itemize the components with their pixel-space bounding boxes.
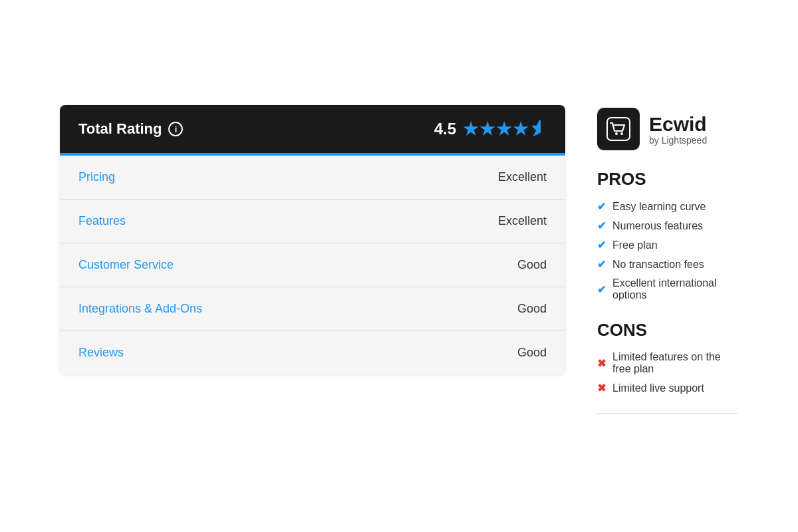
check-icon: ✔	[597, 239, 606, 251]
table-row: Reviews Good	[60, 331, 565, 374]
info-icon[interactable]: i	[168, 122, 183, 136]
brand-header: Ecwid by Lightspeed	[597, 108, 738, 150]
brand-name: Ecwid by Lightspeed	[649, 113, 707, 146]
row-value-features: Excellent	[498, 214, 547, 228]
rating-score: 4.5 ★ ★ ★ ★ ⯨	[434, 120, 547, 138]
list-item: ✔ No transaction fees	[597, 258, 738, 271]
brand-name-main: Ecwid	[649, 113, 707, 135]
list-item: ✖ Limited live support	[597, 382, 738, 394]
rating-header-left: Total Rating i	[78, 120, 183, 138]
row-label-pricing[interactable]: Pricing	[78, 170, 115, 184]
row-label-features[interactable]: Features	[78, 214, 126, 228]
con-item-1: Limited features on the free plan	[612, 351, 738, 375]
pros-title: PROS	[597, 169, 738, 190]
list-item: ✔ Numerous features	[597, 219, 738, 232]
row-label-integrations[interactable]: Integrations & Add-Ons	[78, 302, 202, 316]
cart-icon	[606, 116, 631, 142]
stars-container: ★ ★ ★ ★ ⯨	[463, 120, 547, 138]
star-4: ★	[513, 120, 528, 138]
pro-item-4: No transaction fees	[612, 259, 704, 271]
check-icon: ✔	[597, 200, 606, 213]
rating-header: Total Rating i 4.5 ★ ★ ★ ★ ⯨	[60, 105, 565, 156]
svg-rect-0	[607, 118, 630, 140]
svg-point-1	[615, 132, 618, 135]
list-item: ✔ Excellent international options	[597, 277, 738, 301]
row-value-customer-service: Good	[517, 258, 547, 272]
con-item-2: Limited live support	[612, 382, 704, 394]
star-2: ★	[479, 120, 495, 138]
table-row: Integrations & Add-Ons Good	[60, 287, 565, 331]
cons-section: CONS ✖ Limited features on the free plan…	[597, 320, 738, 394]
page-wrapper: Total Rating i 4.5 ★ ★ ★ ★ ⯨ Pricing Exc…	[33, 78, 765, 454]
pros-list: ✔ Easy learning curve ✔ Numerous feature…	[597, 200, 738, 301]
star-3: ★	[496, 120, 511, 138]
table-row: Features Excellent	[60, 200, 565, 243]
pro-item-1: Easy learning curve	[612, 201, 706, 213]
svg-point-2	[620, 132, 623, 135]
pros-section: PROS ✔ Easy learning curve ✔ Numerous fe…	[597, 169, 738, 301]
total-rating-label: Total Rating	[78, 120, 162, 138]
list-item: ✔ Free plan	[597, 239, 738, 251]
cons-list: ✖ Limited features on the free plan ✖ Li…	[597, 351, 738, 394]
rating-panel: Total Rating i 4.5 ★ ★ ★ ★ ⯨ Pricing Exc…	[60, 105, 565, 374]
cross-icon: ✖	[597, 357, 606, 370]
row-label-customer-service[interactable]: Customer Service	[78, 258, 174, 272]
table-row: Pricing Excellent	[60, 156, 565, 200]
check-icon: ✔	[597, 219, 606, 232]
row-value-reviews: Good	[517, 346, 547, 360]
row-value-pricing: Excellent	[498, 170, 547, 184]
score-value: 4.5	[434, 120, 456, 138]
brand-name-sub: by Lightspeed	[649, 135, 707, 146]
cons-title: CONS	[597, 320, 738, 340]
star-5: ⯨	[529, 120, 547, 138]
list-item: ✖ Limited features on the free plan	[597, 351, 738, 375]
table-row: Customer Service Good	[60, 243, 565, 287]
row-value-integrations: Good	[517, 302, 547, 316]
bottom-divider	[597, 413, 738, 414]
rating-rows: Pricing Excellent Features Excellent Cus…	[60, 156, 565, 374]
check-icon: ✔	[597, 258, 606, 271]
list-item: ✔ Easy learning curve	[597, 200, 738, 213]
star-1: ★	[463, 120, 478, 138]
row-label-reviews[interactable]: Reviews	[78, 346, 124, 360]
check-icon: ✔	[597, 283, 606, 296]
pro-item-2: Numerous features	[612, 220, 703, 232]
brand-logo	[597, 108, 640, 150]
pro-item-5: Excellent international options	[612, 277, 738, 301]
cross-icon: ✖	[597, 382, 606, 394]
pro-item-3: Free plan	[612, 239, 658, 251]
info-panel: Ecwid by Lightspeed PROS ✔ Easy learning…	[597, 105, 738, 427]
